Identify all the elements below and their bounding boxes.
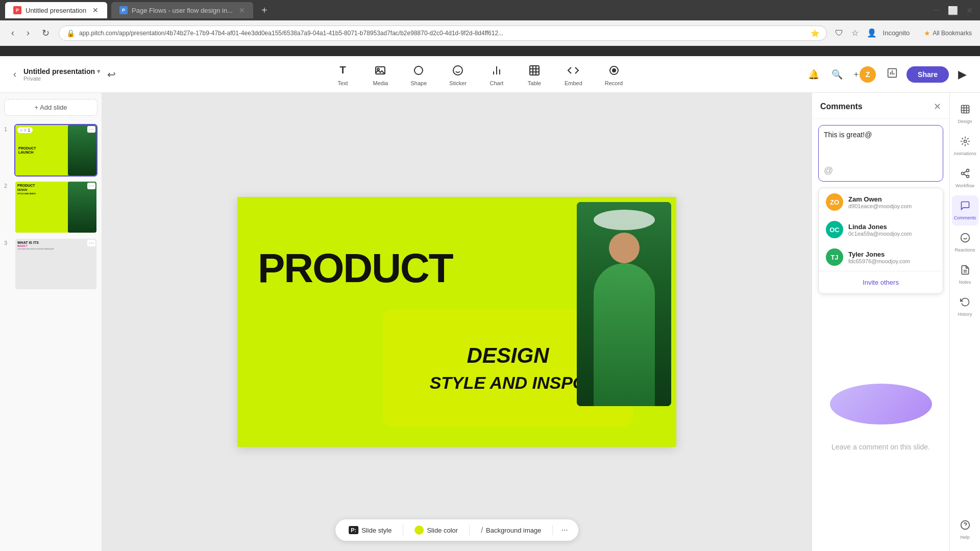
sidebar-item-notes[interactable]: Notes	[952, 260, 978, 290]
slide-menu-button-1[interactable]: ⋯	[87, 126, 95, 133]
sidebar-item-animations[interactable]: Animations	[952, 131, 978, 161]
bookmarks-bar: ★ All Bookmarks	[924, 29, 972, 37]
slide-item-2[interactable]: 2 PRODUCT DESIGN STYLE AND INSPO ⋯	[4, 181, 97, 233]
back-button[interactable]: ‹	[8, 26, 17, 40]
placeholder-blob	[830, 384, 932, 424]
forward-button[interactable]: ›	[23, 26, 33, 40]
slide-background: PRODUCT DESIGN STYLE AND INSPO	[237, 197, 676, 447]
notification-button[interactable]: 🔔	[805, 66, 822, 83]
mention-item-3[interactable]: TJ Tyler Jones fdc65976@moodjoy.com	[819, 243, 943, 271]
address-bar[interactable]: 🔒 app.pitch.com/app/presentation/4b74b27…	[59, 26, 827, 41]
canvas-area: PRODUCT DESIGN STYLE AND INSPO	[102, 93, 812, 551]
sticker-label: Sticker	[449, 80, 467, 86]
background-image-tool[interactable]: / Background image	[478, 524, 544, 536]
slide-stage[interactable]: PRODUCT DESIGN STYLE AND INSPO	[237, 197, 676, 447]
shield-icon[interactable]: 🛡	[833, 27, 845, 40]
invite-others-button[interactable]: Invite others	[819, 271, 943, 293]
maximize-button[interactable]: ⬜	[946, 4, 960, 17]
slide-number-1: 1	[4, 126, 11, 132]
minimize-button[interactable]: ─	[932, 4, 942, 17]
bottom-toolbar: P: Slide style Slide color / Background …	[335, 519, 578, 541]
sidebar-item-help[interactable]: Help	[952, 515, 978, 545]
text-label: Text	[337, 80, 348, 86]
comments-panel: Comments ✕ This is great!@ @ ZO Zam Owen…	[812, 93, 949, 551]
text-icon: T	[335, 63, 350, 78]
presentation-info: Untitled presentation ▾ Private	[23, 67, 100, 82]
analytics-button[interactable]	[884, 65, 900, 84]
toolbar-text-item[interactable]: T Text	[330, 60, 355, 89]
mention-item-2[interactable]: OC Linda Jones 0c1ea59a@moodjoy.com	[819, 216, 943, 243]
toolbar-sticker-item[interactable]: Sticker	[444, 60, 472, 89]
svg-line-26	[964, 171, 967, 172]
comments-title: Comments	[820, 102, 863, 111]
sidebar-item-workflow[interactable]: Workflow	[952, 163, 978, 193]
slide-item-1[interactable]: 1 PRODUCT LAUNCH ○○ 1 ⋯	[4, 124, 97, 177]
slide-color-tool[interactable]: Slide color	[411, 523, 461, 537]
pencil-icon: /	[481, 526, 483, 534]
sidebar-item-history[interactable]: History	[952, 292, 978, 322]
slide-style-tool[interactable]: P: Slide style	[346, 524, 395, 536]
close-browser-button[interactable]: ✕	[964, 4, 975, 17]
toolbar-chart-item[interactable]: Chart	[484, 60, 509, 89]
tab-close-1[interactable]: ✕	[92, 6, 99, 14]
main-content: + Add slide 1 PRODUCT LAUNCH ○○ 1	[0, 93, 980, 551]
toolbar-center: T Text Media Shape Sticker	[153, 60, 805, 89]
sidebar-item-design[interactable]: Design	[952, 99, 978, 129]
workflow-icon	[960, 168, 970, 181]
browser-tab-1[interactable]: P Untitled presentation ✕	[5, 2, 107, 18]
mention-email-3: fdc65976@moodjoy.com	[848, 258, 910, 264]
bookmarks-label: All Bookmarks	[933, 30, 972, 37]
comment-badge-1: ○○ 1	[17, 127, 33, 133]
toolbar-record-item[interactable]: Record	[600, 60, 628, 89]
toolbar-table-item[interactable]: Table	[522, 60, 547, 89]
add-user-button[interactable]: + Z	[852, 64, 878, 85]
slide-menu-button-2[interactable]: ⋯	[87, 183, 95, 189]
presentation-title[interactable]: Untitled presentation ▾	[23, 67, 100, 76]
toolbar-right: 🔔 🔍 + Z Share ▶	[805, 64, 970, 85]
slide-thumb-2[interactable]: PRODUCT DESIGN STYLE AND INSPO ⋯	[14, 181, 97, 233]
mention-item-1[interactable]: ZO Zam Owen d901eace@moodjoy.com	[819, 188, 943, 216]
bookmark-button[interactable]: ☆	[849, 26, 861, 40]
tab-icon-2: P	[119, 6, 128, 14]
slide-thumb-1[interactable]: PRODUCT LAUNCH ○○ 1 ⋯	[14, 124, 97, 177]
mention-avatar-3: TJ	[826, 248, 843, 266]
play-button[interactable]: ▶	[955, 65, 970, 84]
search-button[interactable]: 🔍	[828, 66, 846, 83]
tab-close-2[interactable]: ✕	[239, 6, 245, 14]
user-avatar: Z	[860, 66, 876, 83]
comment-input-area[interactable]: This is great!@ @	[818, 125, 943, 182]
toolbar-divider-3	[552, 525, 553, 535]
design-icon	[960, 104, 970, 117]
more-options-button[interactable]: ···	[561, 525, 568, 535]
sidebar-toggle-button[interactable]: ‹	[10, 66, 19, 83]
sidebar-item-reactions[interactable]: Reactions	[952, 228, 978, 258]
slide-canvas-2: PRODUCT DESIGN STYLE AND INSPO	[15, 182, 96, 232]
comment-text-input[interactable]: This is great!@	[824, 131, 938, 161]
browser-chrome: P Untitled presentation ✕ P Page Flows -…	[0, 0, 980, 56]
sidebar-item-comments[interactable]: Comments	[952, 195, 978, 226]
mention-info-1: Zam Owen d901eace@moodjoy.com	[848, 195, 912, 209]
reactions-icon	[960, 233, 970, 245]
browser-tab-2[interactable]: P Page Flows - user flow design in... ✕	[111, 2, 253, 18]
slide-menu-button-3[interactable]: ⋯	[87, 240, 95, 246]
share-button[interactable]: Share	[906, 66, 949, 83]
tab-label-2: Page Flows - user flow design in...	[132, 7, 233, 14]
slide-thumb-3[interactable]: WHAT IS ITS MAGIC? Lorem ipsum dolor sit…	[14, 238, 97, 290]
slide-item-3[interactable]: 3 WHAT IS ITS MAGIC? Lorem ipsum dolor s…	[4, 238, 97, 290]
undo-button[interactable]: ↩	[104, 65, 119, 84]
notes-icon	[960, 265, 970, 278]
mention-info-2: Linda Jones 0c1ea59a@moodjoy.com	[848, 223, 912, 237]
toolbar-shape-item[interactable]: Shape	[405, 60, 432, 89]
add-slide-button[interactable]: + Add slide	[4, 99, 97, 116]
toolbar-media-item[interactable]: Media	[368, 60, 393, 89]
slide-number-2: 2	[4, 183, 11, 189]
profile-button[interactable]: 👤	[865, 26, 879, 40]
new-tab-button[interactable]: +	[257, 5, 272, 16]
comments-header: Comments ✕	[812, 93, 949, 119]
comments-close-button[interactable]: ✕	[934, 101, 941, 112]
table-label: Table	[528, 80, 541, 86]
toolbar-embed-item[interactable]: Embed	[559, 60, 587, 89]
reload-button[interactable]: ↻	[39, 26, 53, 41]
workflow-label: Workflow	[955, 183, 974, 188]
svg-rect-9	[530, 66, 539, 75]
